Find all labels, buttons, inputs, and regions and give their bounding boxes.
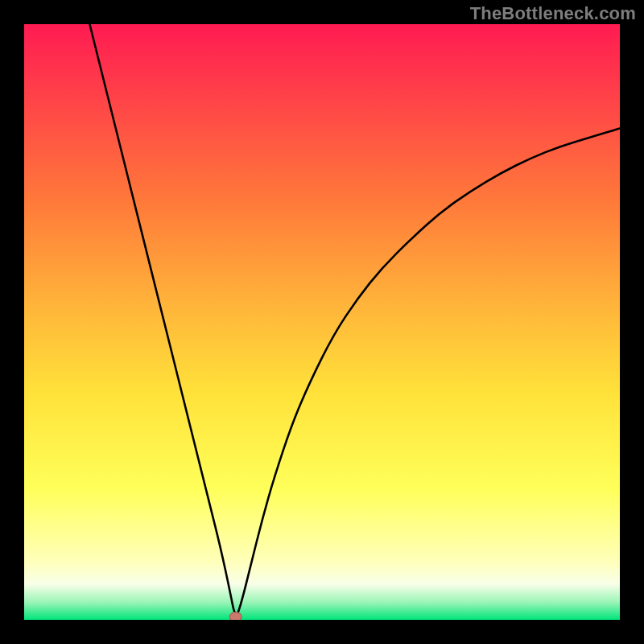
chart-frame: TheBottleneck.com <box>0 0 644 644</box>
minimum-marker <box>229 612 242 620</box>
bottleneck-chart <box>24 24 620 620</box>
gradient-background <box>24 24 620 620</box>
watermark-text: TheBottleneck.com <box>470 3 636 24</box>
